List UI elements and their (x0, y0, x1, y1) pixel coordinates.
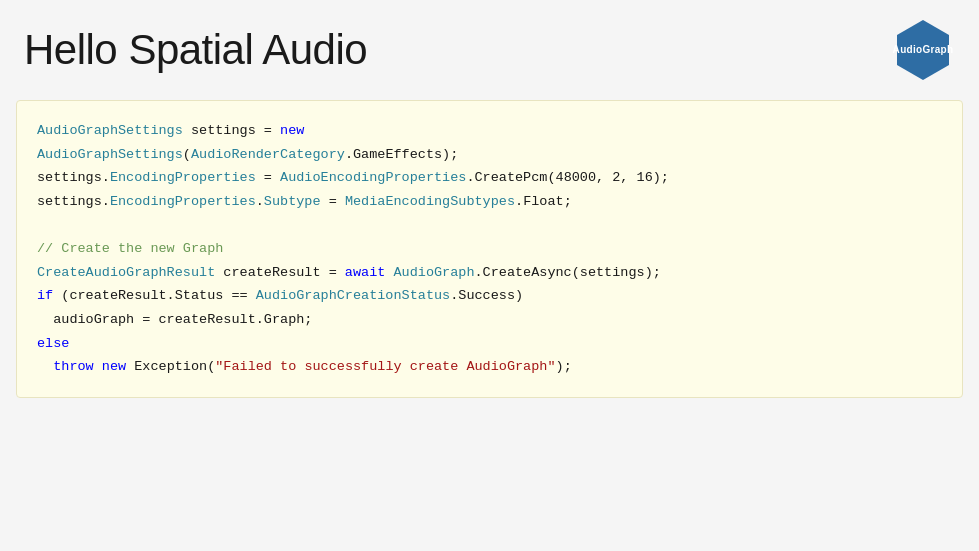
code-empty-1 (37, 214, 942, 238)
code-line-5: // Create the new Graph (37, 237, 942, 261)
code-line-1b: AudioGraphSettings(AudioRenderCategory.G… (37, 143, 942, 167)
code-line-10: throw new Exception("Failed to successfu… (37, 355, 942, 379)
header: Hello Spatial Audio AudioGraph (0, 0, 979, 92)
code-line-9: else (37, 332, 942, 356)
code-line-6: CreateAudioGraphResult createResult = aw… (37, 261, 942, 285)
code-line-8: audioGraph = createResult.Graph; (37, 308, 942, 332)
badge-label: AudioGraph (893, 44, 954, 56)
page-title: Hello Spatial Audio (24, 26, 367, 74)
code-line-7: if (createResult.Status == AudioGraphCre… (37, 284, 942, 308)
code-block: AudioGraphSettings settings = new AudioG… (16, 100, 963, 398)
code-line-1: AudioGraphSettings settings = new (37, 119, 942, 143)
page: Hello Spatial Audio AudioGraph AudioGrap… (0, 0, 979, 551)
audiograph-badge: AudioGraph (891, 18, 955, 82)
code-line-2: settings.EncodingProperties = AudioEncod… (37, 166, 942, 190)
code-line-3: settings.EncodingProperties.Subtype = Me… (37, 190, 942, 214)
